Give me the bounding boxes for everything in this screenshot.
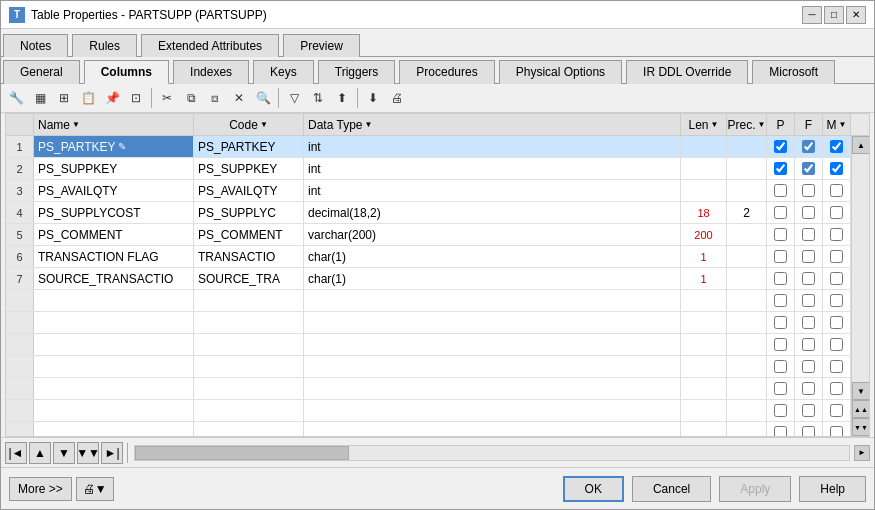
tab-extended-attributes[interactable]: Extended Attributes	[141, 34, 279, 57]
checkbox-p[interactable]	[774, 206, 787, 219]
vertical-scrollbar[interactable]: ▲ ▼ ▲▲ ▼▼	[851, 136, 869, 436]
cell-f-empty[interactable]	[795, 422, 823, 436]
cell-m[interactable]	[823, 136, 851, 157]
cell-m[interactable]	[823, 180, 851, 201]
tab-general[interactable]: General	[3, 60, 80, 84]
checkbox-p-empty[interactable]	[774, 360, 787, 373]
checkbox-m[interactable]	[830, 184, 843, 197]
cell-f-empty[interactable]	[795, 334, 823, 355]
checkbox-p-empty[interactable]	[774, 426, 787, 436]
table-row[interactable]: 5 PS_COMMENT PS_COMMENT varchar(200) 200	[6, 224, 851, 246]
checkbox-p[interactable]	[774, 140, 787, 153]
checkbox-f-empty[interactable]	[802, 360, 815, 373]
cell-p-empty[interactable]	[767, 400, 795, 421]
cell-p-empty[interactable]	[767, 334, 795, 355]
checkbox-f-empty[interactable]	[802, 382, 815, 395]
scroll-up-btn[interactable]: ▲	[852, 136, 869, 154]
toolbar-import-btn[interactable]: ⬆	[331, 87, 353, 109]
checkbox-f-empty[interactable]	[802, 294, 815, 307]
ok-button[interactable]: OK	[563, 476, 624, 502]
col-header-p[interactable]: P	[767, 114, 795, 135]
nav-first-btn[interactable]: |◄	[5, 442, 27, 464]
close-button[interactable]: ✕	[846, 6, 866, 24]
toolbar-grid-btn[interactable]: ▦	[29, 87, 51, 109]
cell-f-empty[interactable]	[795, 400, 823, 421]
toolbar-print-btn[interactable]: 🖨	[386, 87, 408, 109]
cell-f[interactable]	[795, 224, 823, 245]
checkbox-p-empty[interactable]	[774, 316, 787, 329]
checkbox-m-empty[interactable]	[830, 360, 843, 373]
nav-up-btn[interactable]: ▲	[29, 442, 51, 464]
checkbox-f[interactable]	[802, 228, 815, 241]
toolbar-sort-btn[interactable]: ⇅	[307, 87, 329, 109]
checkbox-m-empty[interactable]	[830, 338, 843, 351]
maximize-button[interactable]: □	[824, 6, 844, 24]
checkbox-f[interactable]	[802, 272, 815, 285]
cell-m-empty[interactable]	[823, 356, 851, 377]
table-row[interactable]: 7 SOURCE_TRANSACTIO SOURCE_TRA char(1) 1	[6, 268, 851, 290]
tab-procedures[interactable]: Procedures	[399, 60, 494, 84]
toolbar-find-btn[interactable]: 🔍	[252, 87, 274, 109]
checkbox-f[interactable]	[802, 206, 815, 219]
table-row[interactable]: 6 TRANSACTION FLAG TRANSACTIO char(1) 1	[6, 246, 851, 268]
more-button[interactable]: More >>	[9, 477, 72, 501]
checkbox-f-empty[interactable]	[802, 426, 815, 436]
tab-ir-ddl-override[interactable]: IR DDL Override	[626, 60, 748, 84]
table-row[interactable]: 1 PS_PARTKEY ✎ PS_PARTKEY int	[6, 136, 851, 158]
checkbox-p-empty[interactable]	[774, 404, 787, 417]
col-header-datatype[interactable]: Data Type ▼	[304, 114, 681, 135]
tab-keys[interactable]: Keys	[253, 60, 314, 84]
cell-p[interactable]	[767, 202, 795, 223]
checkbox-m-empty[interactable]	[830, 382, 843, 395]
cell-f[interactable]	[795, 202, 823, 223]
checkbox-m-empty[interactable]	[830, 316, 843, 329]
cell-m[interactable]	[823, 202, 851, 223]
checkbox-f[interactable]	[802, 162, 815, 175]
scroll-bottom-btn[interactable]: ▼▼	[852, 418, 869, 436]
apply-button[interactable]: Apply	[719, 476, 791, 502]
toolbar-properties-btn[interactable]: 🔧	[5, 87, 27, 109]
cell-f[interactable]	[795, 246, 823, 267]
checkbox-f[interactable]	[802, 184, 815, 197]
cell-m-empty[interactable]	[823, 290, 851, 311]
cell-p[interactable]	[767, 136, 795, 157]
col-header-f[interactable]: F	[795, 114, 823, 135]
cell-m[interactable]	[823, 158, 851, 179]
toolbar-paste2-btn[interactable]: ⧈	[204, 87, 226, 109]
cell-m-empty[interactable]	[823, 334, 851, 355]
cell-f-empty[interactable]	[795, 378, 823, 399]
cell-m-empty[interactable]	[823, 400, 851, 421]
checkbox-m-empty[interactable]	[830, 426, 843, 436]
cell-p[interactable]	[767, 246, 795, 267]
cell-f[interactable]	[795, 158, 823, 179]
cell-p-empty[interactable]	[767, 312, 795, 333]
scroll-track[interactable]	[852, 154, 869, 382]
tab-indexes[interactable]: Indexes	[173, 60, 249, 84]
horizontal-scrollbar[interactable]	[134, 445, 850, 461]
toolbar-filter-btn[interactable]: ▽	[283, 87, 305, 109]
checkbox-f-empty[interactable]	[802, 316, 815, 329]
tab-rules[interactable]: Rules	[72, 34, 137, 57]
cancel-button[interactable]: Cancel	[632, 476, 711, 502]
tab-triggers[interactable]: Triggers	[318, 60, 396, 84]
checkbox-p[interactable]	[774, 162, 787, 175]
cell-m[interactable]	[823, 246, 851, 267]
nav-last-btn[interactable]: ►|	[101, 442, 123, 464]
print-button[interactable]: 🖨 ▼	[76, 477, 114, 501]
toolbar-paste-btn[interactable]: 📌	[101, 87, 123, 109]
checkbox-m[interactable]	[830, 272, 843, 285]
table-row[interactable]: 3 PS_AVAILQTY PS_AVAILQTY int	[6, 180, 851, 202]
checkbox-p-empty[interactable]	[774, 382, 787, 395]
cell-f-empty[interactable]	[795, 290, 823, 311]
tab-microsoft[interactable]: Microsoft	[752, 60, 835, 84]
col-header-len[interactable]: Len ▼	[681, 114, 727, 135]
cell-m[interactable]	[823, 224, 851, 245]
cell-p-empty[interactable]	[767, 356, 795, 377]
col-header-code[interactable]: Code ▼	[194, 114, 304, 135]
toolbar-delete-btn[interactable]: ✕	[228, 87, 250, 109]
cell-f[interactable]	[795, 180, 823, 201]
cell-p[interactable]	[767, 268, 795, 289]
col-header-m[interactable]: M ▼	[823, 114, 851, 135]
checkbox-m[interactable]	[830, 250, 843, 263]
checkbox-p[interactable]	[774, 272, 787, 285]
